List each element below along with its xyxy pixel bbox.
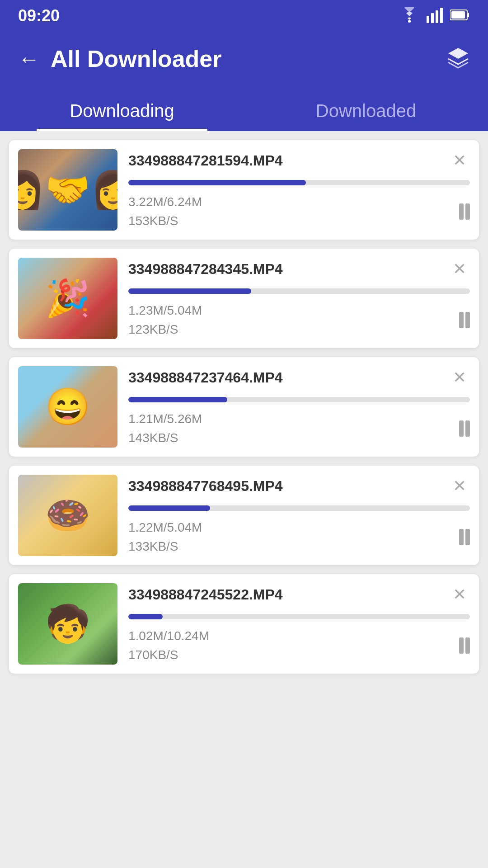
tab-downloaded[interactable]: Downloaded — [244, 90, 488, 131]
thumbnail-4 — [18, 475, 117, 556]
close-button-1[interactable]: ✕ — [449, 149, 470, 172]
download-list: 334988847281594.MP4 ✕ 3.22M/6.24M153KB/S… — [0, 131, 488, 868]
download-item: 334988847281594.MP4 ✕ 3.22M/6.24M153KB/S — [9, 140, 479, 240]
progress-bar-bg-4 — [128, 505, 470, 511]
item-footer-5: 1.02M/10.24M170KB/S — [128, 627, 470, 665]
pause-bar-right-3 — [465, 420, 470, 437]
item-header-2: 334988847284345.MP4 ✕ — [128, 258, 470, 280]
item-footer-2: 1.23M/5.04M123KB/S — [128, 301, 470, 339]
progress-bar-fill-1 — [128, 180, 306, 185]
pause-button-2[interactable] — [459, 312, 470, 328]
pause-bar-left-3 — [459, 420, 464, 437]
svg-rect-7 — [451, 11, 465, 19]
item-header-3: 334988847237464.MP4 ✕ — [128, 366, 470, 389]
tab-downloading[interactable]: Downloading — [0, 90, 244, 131]
progress-bar-bg-3 — [128, 397, 470, 402]
item-header-5: 334988847245522.MP4 ✕ — [128, 583, 470, 606]
item-content-3: 334988847237464.MP4 ✕ 1.21M/5.26M143KB/S — [128, 366, 470, 448]
pause-button-5[interactable] — [459, 637, 470, 654]
progress-bar-bg-2 — [128, 288, 470, 294]
item-header-1: 334988847281594.MP4 ✕ — [128, 149, 470, 172]
file-name-5: 334988847245522.MP4 — [128, 586, 283, 603]
pause-bar-right-4 — [465, 529, 470, 545]
status-time: 09:20 — [18, 6, 60, 25]
thumbnail-2 — [18, 258, 117, 339]
svg-rect-3 — [436, 10, 438, 23]
item-content-1: 334988847281594.MP4 ✕ 3.22M/6.24M153KB/S — [128, 149, 470, 231]
svg-rect-1 — [427, 16, 429, 23]
svg-point-0 — [408, 20, 411, 23]
pause-bar-right-5 — [465, 637, 470, 654]
svg-marker-8 — [448, 48, 468, 59]
file-info-3: 1.21M/5.26M143KB/S — [128, 410, 202, 448]
item-content-5: 334988847245522.MP4 ✕ 1.02M/10.24M170KB/… — [128, 583, 470, 665]
wifi-icon — [399, 7, 419, 24]
item-footer-1: 3.22M/6.24M153KB/S — [128, 193, 470, 231]
pause-button-3[interactable] — [459, 420, 470, 437]
signal-icon — [427, 7, 443, 25]
thumbnail-3 — [18, 366, 117, 448]
download-item: 334988847284345.MP4 ✕ 1.23M/5.04M123KB/S — [9, 249, 479, 348]
thumbnail-5 — [18, 583, 117, 665]
app-header: ← All Downloader — [0, 32, 488, 86]
pause-bar-left-2 — [459, 312, 464, 328]
pause-button-4[interactable] — [459, 529, 470, 545]
progress-bar-bg-5 — [128, 614, 470, 619]
svg-rect-6 — [467, 13, 469, 17]
pause-bar-left-4 — [459, 529, 464, 545]
close-button-3[interactable]: ✕ — [449, 366, 470, 389]
progress-bar-bg-1 — [128, 180, 470, 185]
progress-bar-fill-4 — [128, 505, 210, 511]
pause-bar-left-5 — [459, 637, 464, 654]
close-button-4[interactable]: ✕ — [449, 475, 470, 497]
file-info-2: 1.23M/5.04M123KB/S — [128, 301, 202, 339]
file-name-4: 334988847768495.MP4 — [128, 478, 283, 495]
file-info-1: 3.22M/6.24M153KB/S — [128, 193, 202, 231]
progress-bar-fill-2 — [128, 288, 251, 294]
file-name-3: 334988847237464.MP4 — [128, 369, 283, 386]
download-item: 334988847237464.MP4 ✕ 1.21M/5.26M143KB/S — [9, 357, 479, 457]
item-footer-3: 1.21M/5.26M143KB/S — [128, 410, 470, 448]
app-title: All Downloader — [51, 45, 221, 72]
layers-icon[interactable] — [446, 46, 470, 71]
file-info-4: 1.22M/5.04M133KB/S — [128, 518, 202, 556]
header-left: ← All Downloader — [18, 45, 221, 72]
close-button-2[interactable]: ✕ — [449, 258, 470, 280]
back-button[interactable]: ← — [18, 47, 40, 71]
close-button-5[interactable]: ✕ — [449, 583, 470, 606]
item-content-2: 334988847284345.MP4 ✕ 1.23M/5.04M123KB/S — [128, 258, 470, 339]
pause-bar-right-1 — [465, 203, 470, 220]
svg-rect-2 — [431, 13, 434, 23]
file-name-2: 334988847284345.MP4 — [128, 261, 283, 278]
tab-bar: Downloading Downloaded — [0, 86, 488, 131]
pause-bar-left-1 — [459, 203, 464, 220]
item-content-4: 334988847768495.MP4 ✕ 1.22M/5.04M133KB/S — [128, 475, 470, 556]
file-name-1: 334988847281594.MP4 — [128, 152, 283, 169]
thumbnail-1 — [18, 149, 117, 231]
progress-bar-fill-3 — [128, 397, 227, 402]
status-bar: 09:20 — [0, 0, 488, 32]
download-item: 334988847245522.MP4 ✕ 1.02M/10.24M170KB/… — [9, 574, 479, 674]
status-icons — [399, 7, 470, 25]
progress-bar-fill-5 — [128, 614, 163, 619]
pause-button-1[interactable] — [459, 203, 470, 220]
item-footer-4: 1.22M/5.04M133KB/S — [128, 518, 470, 556]
file-info-5: 1.02M/10.24M170KB/S — [128, 627, 209, 665]
item-header-4: 334988847768495.MP4 ✕ — [128, 475, 470, 497]
download-item: 334988847768495.MP4 ✕ 1.22M/5.04M133KB/S — [9, 466, 479, 565]
battery-icon — [450, 9, 470, 23]
pause-bar-right-2 — [465, 312, 470, 328]
svg-rect-4 — [440, 8, 443, 23]
